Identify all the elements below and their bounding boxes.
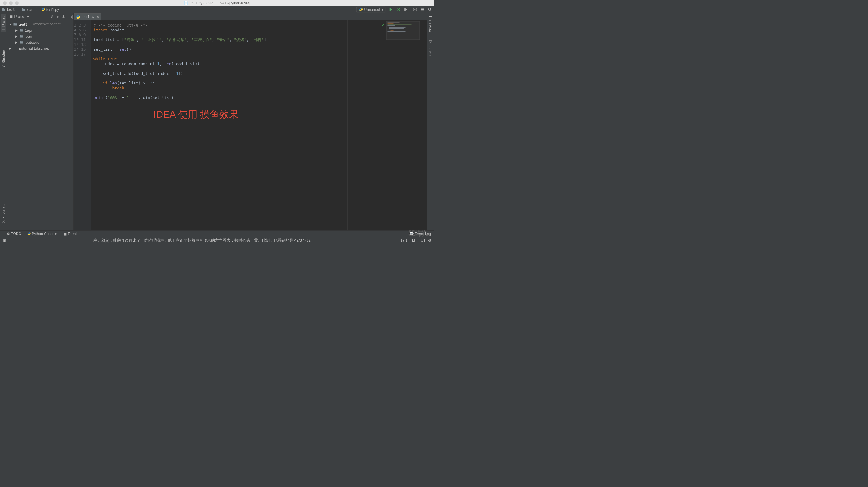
stop-button[interactable]	[412, 7, 417, 12]
tool-window-terminal[interactable]: ▣ Terminal	[63, 231, 82, 236]
window-minimize-dot[interactable]	[9, 1, 13, 5]
tool-window-structure[interactable]: 7: Structure	[1, 47, 6, 69]
svg-rect-12	[388, 26, 395, 26]
collapse-all-icon[interactable]: ⇟	[56, 15, 60, 19]
inspection-ok-icon[interactable]: ✓	[382, 22, 384, 27]
window-title: 📄 test1.py - test3 - [~/work/python/test…	[184, 1, 250, 5]
svg-point-5	[429, 8, 431, 10]
svg-rect-4	[414, 9, 415, 10]
svg-rect-6	[14, 47, 14, 50]
project-header: ▣ Project ▾ ⊕ ⇟ ✻ ⟶|	[7, 13, 73, 20]
editor-tabs: test1.py ×	[73, 13, 427, 20]
python-icon	[76, 15, 80, 19]
svg-rect-9	[388, 23, 400, 23]
navigation-bar: test3〉learn〉test1.py Unnamed ▾	[0, 6, 434, 13]
hide-icon[interactable]: ⟶|	[67, 15, 71, 19]
right-margin-line	[347, 20, 347, 230]
svg-rect-7	[15, 47, 16, 50]
svg-rect-14	[389, 27, 406, 28]
line-number-gutter[interactable]: 1 2 3 4 5 6 7 8 9 10 11 12 13 14 15 16 1…	[73, 20, 88, 230]
status-message: 寒。忽然，叶寒耳边传来了一阵阵呼喝声，他下意识地朝着声音传来的方向看去，顿时心头…	[93, 238, 359, 243]
svg-rect-11	[388, 24, 412, 25]
svg-rect-2	[404, 7, 405, 11]
file-encoding[interactable]: UTF-8	[421, 238, 431, 242]
tree-folder[interactable]: ▶leetcode	[7, 39, 73, 45]
chevron-down-icon[interactable]: ▾	[27, 15, 29, 19]
svg-rect-15	[389, 29, 404, 29]
project-title: Project	[14, 15, 26, 19]
project-tool-window: ▣ Project ▾ ⊕ ⇟ ✻ ⟶| ▼test3 ~/work/pytho…	[7, 13, 73, 230]
tool-window-data-view[interactable]: Data View	[428, 15, 433, 34]
tool-window-project[interactable]: 1: Project	[1, 14, 6, 32]
python-icon	[358, 7, 363, 11]
run-with-coverage-button[interactable]	[404, 7, 408, 12]
svg-rect-10	[388, 23, 394, 24]
tree-folder[interactable]: ▶learn	[7, 33, 73, 39]
editor-tab-test1[interactable]: test1.py ×	[73, 13, 101, 20]
settings-icon[interactable]: ✻	[61, 15, 66, 19]
tool-window-python-console[interactable]: Python Console	[27, 231, 57, 236]
window-close-dot[interactable]	[3, 1, 7, 5]
bottom-tool-stripe: ✓ 6: TODO Python Console ▣ Terminal 💬 Ev…	[0, 230, 434, 237]
annotation-overlay: IDEA 使用 摸鱼效果	[153, 108, 239, 121]
update-project-button[interactable]	[420, 7, 425, 12]
tree-external-libs[interactable]: ▶External Libraries	[7, 45, 73, 51]
tree-folder[interactable]: ▶1api	[7, 27, 73, 33]
breadcrumb-item[interactable]: learn	[22, 7, 35, 11]
caret-position[interactable]: 17:1	[401, 238, 407, 242]
close-tab-icon[interactable]: ×	[97, 15, 99, 19]
macos-titlebar: 📄 test1.py - test3 - [~/work/python/test…	[0, 0, 434, 6]
svg-rect-18	[388, 32, 406, 32]
svg-rect-13	[388, 27, 397, 27]
tree-root[interactable]: ▼test3 ~/work/python/test3	[7, 21, 73, 27]
run-configuration-selector[interactable]: Unnamed ▾	[356, 7, 385, 12]
svg-rect-17	[391, 30, 394, 31]
editor-area: test1.py × 1 2 3 4 5 6 7 8 9 10 11 12 13…	[73, 13, 427, 230]
scroll-from-source-icon[interactable]: ⊕	[50, 15, 54, 19]
watermark: 吾爱破解论坛www.52pojie.cn	[409, 229, 430, 236]
left-tool-stripe: 1: Project 7: Structure 2: Favorites	[0, 13, 7, 230]
right-tool-stripe: Data View Database	[427, 13, 434, 230]
breadcrumb-item[interactable]: test3	[2, 7, 15, 11]
svg-rect-8	[16, 47, 16, 50]
search-everywhere-button[interactable]	[428, 7, 432, 12]
project-tree[interactable]: ▼test3 ~/work/python/test3▶1api▶learn▶le…	[7, 20, 73, 52]
file-icon: 📄	[184, 1, 188, 5]
tool-window-database[interactable]: Database	[428, 38, 433, 57]
tool-windows-toggle-icon[interactable]: ▣	[3, 238, 7, 242]
status-bar: ▣ 寒。忽然，叶寒耳边传来了一阵阵呼喝声，他下意识地朝着声音传来的方向看去，顿时…	[0, 237, 434, 244]
code-editor[interactable]: # -*- coding: utf-8 -*- import random fo…	[91, 20, 427, 230]
window-zoom-dot[interactable]	[15, 1, 19, 5]
tool-window-favorites[interactable]: 2: Favorites	[1, 202, 6, 224]
editor-gutter[interactable]	[88, 20, 91, 230]
chevron-down-icon: ▾	[381, 7, 383, 11]
run-button[interactable]	[389, 7, 393, 12]
breadcrumb-item[interactable]: test1.py	[41, 7, 59, 11]
tool-window-todo[interactable]: ✓ 6: TODO	[3, 231, 22, 236]
breadcrumbs[interactable]: test3〉learn〉test1.py	[2, 7, 59, 12]
line-separator[interactable]: LF	[412, 238, 416, 242]
code-minimap[interactable]	[386, 22, 420, 39]
project-view-icon: ▣	[9, 15, 13, 19]
debug-button[interactable]	[396, 7, 401, 12]
svg-point-1	[398, 9, 399, 10]
